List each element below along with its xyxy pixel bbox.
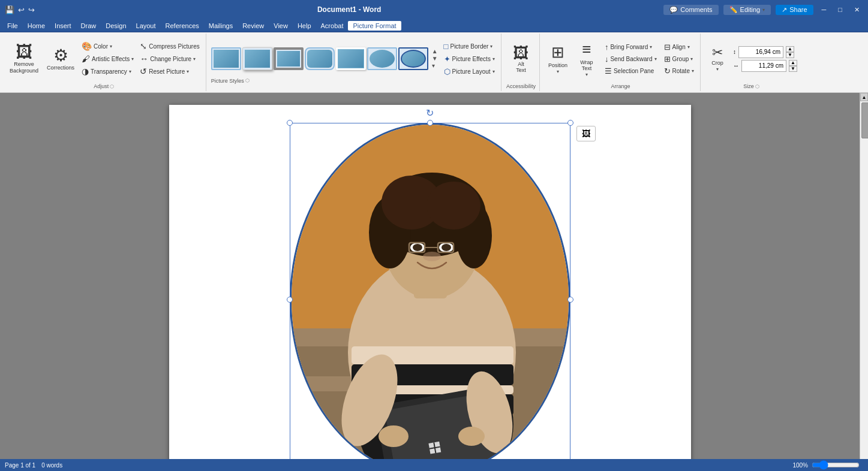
menu-layout[interactable]: Layout bbox=[131, 21, 161, 31]
svg-point-18 bbox=[458, 427, 485, 446]
reset-icon: ↺ bbox=[140, 67, 147, 76]
change-picture-button[interactable]: ↔ Change Picture ▾ bbox=[137, 53, 202, 65]
send-backward-icon: ↓ bbox=[605, 55, 609, 64]
reset-picture-button[interactable]: ↺ Reset Picture ▾ bbox=[137, 65, 202, 77]
comments-icon: 💬 bbox=[669, 6, 678, 14]
picture-options-stack: □ Picture Border ▾ ✦ Picture Effects ▾ ⬡… bbox=[441, 41, 497, 77]
picture-layout-button[interactable]: ⬡ Picture Layout ▾ bbox=[441, 66, 497, 77]
minimize-btn[interactable]: ─ bbox=[818, 5, 830, 14]
rotate-handle-icon[interactable]: ↻ bbox=[426, 108, 434, 118]
picture-styles-content: ▲ ▼ ▾ □ Picture Border ▾ ✦ bbox=[211, 41, 497, 77]
crop-button[interactable]: ✂ Crop ▾ bbox=[705, 44, 729, 74]
alt-text-button[interactable]: 🖼 AltText bbox=[509, 43, 533, 75]
scroll-up-button[interactable]: ▲ bbox=[860, 93, 868, 101]
picture-style-2[interactable] bbox=[242, 47, 272, 70]
handle-middle-left[interactable] bbox=[287, 297, 293, 303]
size-launcher-icon[interactable]: ⬡ bbox=[755, 84, 759, 89]
picture-style-3[interactable] bbox=[274, 47, 304, 70]
picture-style-4[interactable] bbox=[305, 47, 335, 70]
height-down-btn[interactable]: ▼ bbox=[786, 52, 794, 58]
document-canvas: ↻ 🖼 bbox=[0, 93, 860, 469]
layer-stack: ↑ Bring Forward ▾ ↓ Send Backward ▾ ☰ Se… bbox=[602, 41, 659, 77]
handle-top-center[interactable] bbox=[427, 120, 433, 126]
vertical-scrollbar[interactable]: ▲ ▼ bbox=[860, 93, 868, 469]
menu-view[interactable]: View bbox=[269, 21, 293, 31]
alt-text-float-button[interactable]: 🖼 bbox=[576, 126, 596, 141]
send-backward-button[interactable]: ↓ Send Backward ▾ bbox=[602, 53, 659, 65]
align-icon: ⊟ bbox=[664, 43, 671, 52]
wrap-text-button[interactable]: ≡ WrapText ▾ bbox=[573, 38, 600, 79]
accessibility-label: Accessibility bbox=[506, 83, 536, 90]
scroll-thumb[interactable] bbox=[861, 102, 868, 138]
handle-top-right[interactable] bbox=[567, 120, 573, 126]
rotate-handle-area[interactable]: ↻ bbox=[426, 107, 434, 119]
word-count: 0 words bbox=[41, 462, 62, 469]
ribbon-group-size: ✂ Crop ▾ ↕ ▲ ▼ ↔ bbox=[702, 34, 801, 91]
document-title: Document1 - Word bbox=[317, 5, 381, 14]
adjust-stack2: ⤡ Compress Pictures ↔ Change Picture ▾ ↺… bbox=[137, 40, 202, 77]
compress-pictures-button[interactable]: ⤡ Compress Pictures bbox=[137, 40, 202, 52]
remove-background-button[interactable]: 🖼 RemoveBackground bbox=[6, 42, 42, 76]
selection-container[interactable]: ↻ 🖼 bbox=[290, 123, 570, 469]
ribbon-group-adjust: 🖼 RemoveBackground ⚙ Corrections 🎨 Color… bbox=[2, 34, 206, 91]
menu-insert[interactable]: Insert bbox=[50, 21, 76, 31]
color-button[interactable]: 🎨 Color ▾ bbox=[79, 40, 136, 52]
position-button[interactable]: ⊞ Position ▾ bbox=[545, 41, 571, 76]
title-bar-left: 💾 ↩ ↪ bbox=[5, 5, 35, 14]
menu-file[interactable]: File bbox=[2, 21, 23, 31]
width-up-btn[interactable]: ▲ bbox=[789, 60, 797, 66]
menu-home[interactable]: Home bbox=[23, 21, 50, 31]
menu-references[interactable]: References bbox=[161, 21, 204, 31]
picture-style-5[interactable] bbox=[336, 47, 366, 70]
menu-mailings[interactable]: Mailings bbox=[204, 21, 238, 31]
redo-icon[interactable]: ↪ bbox=[28, 5, 35, 14]
ribbon-group-picture-styles: ▲ ▼ ▾ □ Picture Border ▾ ✦ bbox=[208, 34, 501, 91]
gallery-scroll: ▲ ▼ ▾ bbox=[431, 48, 439, 70]
picture-border-button[interactable]: □ Picture Border ▾ bbox=[441, 41, 497, 52]
editing-icon: ✏️ bbox=[729, 6, 738, 14]
editing-button[interactable]: ✏️ Editing ▾ bbox=[723, 5, 771, 15]
menu-review[interactable]: Review bbox=[238, 21, 269, 31]
picture-styles-launcher[interactable]: ⬡ bbox=[245, 78, 250, 83]
zoom-slider[interactable] bbox=[812, 460, 860, 470]
gallery-down-arrow[interactable]: ▼ bbox=[431, 55, 439, 62]
width-row: ↔ ▲ ▼ bbox=[733, 60, 797, 72]
height-input[interactable] bbox=[738, 46, 783, 58]
layout-dropdown: ▾ bbox=[492, 69, 495, 74]
width-input[interactable] bbox=[741, 60, 786, 72]
picture-style-6[interactable] bbox=[367, 47, 397, 70]
group-button[interactable]: ⊞ Group ▾ bbox=[662, 53, 696, 65]
restore-btn[interactable]: □ bbox=[834, 5, 846, 14]
selection-pane-icon: ☰ bbox=[605, 67, 612, 76]
bring-forward-button[interactable]: ↑ Bring Forward ▾ bbox=[602, 41, 659, 53]
artistic-effects-button[interactable]: 🖌 Artistic Effects ▾ bbox=[79, 53, 136, 65]
corrections-button[interactable]: ⚙ Corrections bbox=[43, 46, 78, 73]
menu-design[interactable]: Design bbox=[101, 21, 131, 31]
title-bar-right: 💬 Comments ✏️ Editing ▾ ↗ Share ─ □ ✕ bbox=[663, 5, 863, 15]
share-button[interactable]: ↗ Share bbox=[776, 5, 813, 15]
menu-draw[interactable]: Draw bbox=[76, 21, 101, 31]
picture-effects-button[interactable]: ✦ Picture Effects ▾ bbox=[441, 53, 497, 65]
handle-middle-right[interactable] bbox=[567, 297, 573, 303]
menu-help[interactable]: Help bbox=[293, 21, 316, 31]
save-icon[interactable]: 💾 bbox=[5, 5, 14, 14]
gallery-up-arrow[interactable]: ▲ bbox=[431, 48, 439, 55]
transparency-button[interactable]: ◑ Transparency ▾ bbox=[79, 65, 136, 77]
picture-style-7[interactable] bbox=[398, 47, 428, 70]
width-down-btn[interactable]: ▼ bbox=[789, 66, 797, 72]
menu-picture-format[interactable]: Picture Format bbox=[348, 21, 401, 31]
picture-style-1[interactable] bbox=[211, 47, 241, 70]
undo-icon[interactable]: ↩ bbox=[18, 5, 25, 14]
height-up-btn[interactable]: ▲ bbox=[786, 46, 794, 52]
selection-pane-button[interactable]: ☰ Selection Pane bbox=[602, 65, 659, 77]
menu-acrobat[interactable]: Acrobat bbox=[316, 21, 349, 31]
close-btn[interactable]: ✕ bbox=[851, 5, 863, 15]
bring-forward-icon: ↑ bbox=[605, 43, 609, 52]
height-up-icon: ↕ bbox=[733, 49, 736, 55]
rotate-button[interactable]: ↻ Rotate ▾ bbox=[662, 65, 696, 77]
adjust-launcher-icon[interactable]: ⬡ bbox=[110, 84, 114, 89]
comments-button[interactable]: 💬 Comments bbox=[663, 5, 718, 15]
handle-top-left[interactable] bbox=[287, 120, 293, 126]
gallery-more-arrow[interactable]: ▾ bbox=[431, 62, 439, 70]
align-button[interactable]: ⊟ Align ▾ bbox=[662, 41, 696, 53]
